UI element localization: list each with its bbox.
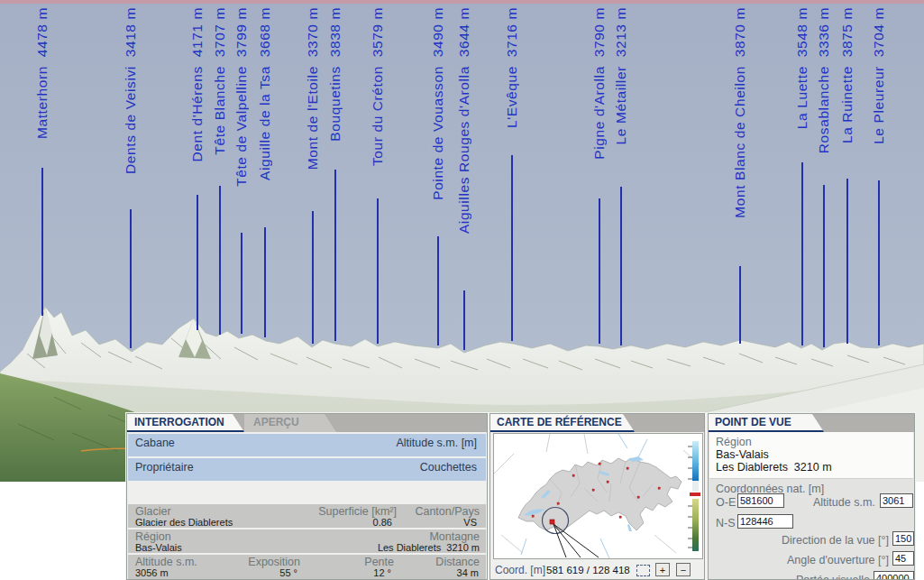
map-panel-title: CARTE DE RÉFÉRENCE (497, 416, 622, 428)
map-zoom-in-button[interactable]: + (655, 563, 670, 576)
elevation-colorbar (688, 441, 700, 551)
owner-label: Propriétaire (135, 461, 194, 474)
tab-interrogation-label: INTERROGATION (134, 416, 224, 428)
peak-label: Rosablanche 3336 m (815, 7, 832, 153)
region-label: Région (135, 530, 171, 543)
peak-label: Pointe de Vouasson 3490 m (429, 7, 446, 200)
peak-label: Dent d'Hérens 4171 m (188, 7, 206, 162)
tab-interrogation[interactable]: INTERROGATION (127, 414, 244, 432)
region-row: Région Montagne Bas-Valais Les Diableret… (128, 529, 486, 553)
altitude-label: Altitude s.m. (135, 556, 197, 568)
peak-label: Pigne d'Arolla 3790 m (590, 7, 608, 160)
distance-label: Distance (435, 556, 480, 568)
hut-row: Cabane Altitude s.m. [m] (128, 434, 486, 456)
peak-leader-line (197, 195, 198, 330)
map-panel-titlebar: CARTE DE RÉFÉRENCE (490, 414, 704, 432)
peak-label: Tête Blanche 3707 m (211, 7, 228, 155)
beds-label: Couchettes (420, 461, 477, 474)
peak-leader-line (801, 162, 803, 345)
viewpoint-dot (550, 520, 554, 524)
area-value: 0.86 (373, 517, 392, 528)
canton-label: Canton/Pays (415, 505, 480, 518)
peak-leader-line (823, 185, 825, 347)
peak-label: La Ruinette 3875 m (838, 7, 855, 143)
vp-altitude-label: Altitude s.m. (813, 496, 875, 509)
peak-leader-line (219, 186, 221, 335)
glacier-label: Glacier (135, 505, 171, 518)
peak-label: Le Métailler 3213 m (612, 7, 629, 144)
map-panel-title-tab: CARTE DE RÉFÉRENCE (490, 414, 635, 432)
peak-leader-line (620, 187, 622, 345)
map-zoom-out-button[interactable]: − (676, 563, 691, 576)
tab-bar: APERÇU INTERROGATION (127, 414, 487, 432)
peak-label: Tête de Valpelline 3799 m (233, 7, 250, 187)
aperture-input[interactable] (892, 551, 914, 566)
viewpoint-panel: POINT DE VUE Région Bas-Valais Les Diabl… (708, 413, 915, 580)
vp-region-label: Région (716, 436, 752, 448)
switzerland-map[interactable] (493, 433, 703, 559)
top-strip (0, 0, 924, 4)
exposure-label: Exposition (248, 556, 300, 568)
owner-row: Propriétaire Couchettes (128, 458, 486, 481)
vp-direction-label: Direction de la vue [°] (782, 534, 889, 547)
cabane-label: Cabane (135, 437, 175, 449)
direction-input[interactable] (892, 531, 914, 546)
viewpoint-panel-title: POINT DE VUE (715, 416, 791, 428)
reference-map-panel: CARTE DE RÉFÉRENCE (489, 413, 705, 580)
view-direction-lines (553, 524, 599, 557)
area-label: Superficie [km²] (318, 505, 397, 518)
peak-leader-line (846, 179, 848, 344)
vp-location-value: Les Diablerets 3210 m (716, 461, 832, 474)
mountain-value: Les Diablerets 3210 m (378, 542, 480, 553)
peak-label: Tour du Créton 3579 m (369, 7, 386, 166)
viewpoint-panel-title-tab: POINT DE VUE (709, 414, 824, 432)
peak-leader-line (511, 155, 513, 341)
vp-ns-label: N-S (716, 517, 736, 529)
tab-apercu[interactable]: APERÇU (244, 414, 336, 432)
peak-label: Dents de Veisivi 3418 m (122, 7, 139, 174)
vp-range-label: Portée visuelle (796, 574, 870, 580)
altitude-input[interactable] (880, 493, 913, 508)
oe-input[interactable] (737, 493, 784, 508)
peak-label: L'Evêque 3716 m (503, 7, 520, 128)
slope-label: Pente (364, 556, 394, 568)
mountain-label: Montagne (429, 530, 480, 543)
altitude-value: 3056 m (135, 567, 169, 578)
terrain-row: Altitude s.m. Exposition Pente Distance … (128, 555, 486, 580)
exposure-value: 55 ° (279, 567, 297, 578)
glacier-value: Glacier des Diablerets (135, 517, 233, 528)
tab-apercu-label: APERÇU (253, 416, 299, 428)
hut-altitude-label: Altitude s.m. [m] (396, 437, 477, 449)
peak-label: Aiguille de la Tsa 3668 m (256, 7, 273, 180)
panorama-view: Matterhorn 4478 mDents de Veisivi 3418 m… (0, 0, 924, 482)
peak-leader-line (130, 209, 132, 348)
vp-oe-label: O-E (716, 496, 736, 509)
peak-label: Mont Blanc de Cheilon 3870 m (731, 7, 748, 218)
peak-leader-line (599, 198, 600, 344)
peak-label: Aiguilles Rouges d'Arolla 3644 m (455, 7, 472, 234)
peak-label: Mont de l'Etoile 3370 m (304, 7, 321, 170)
viewpoint-panel-titlebar: POINT DE VUE (709, 414, 914, 432)
peak-label: Le Pleureur 3704 m (870, 7, 887, 144)
peak-label: La Luette 3548 m (793, 7, 810, 129)
canton-value: VS (463, 517, 477, 528)
peak-label: Bouquetins 3838 m (326, 7, 343, 142)
peak-leader-line (739, 266, 741, 344)
peak-labels-layer: Matterhorn 4478 mDents de Veisivi 3418 m… (0, 0, 924, 482)
slope-value: 12 ° (373, 567, 391, 578)
ns-input[interactable] (737, 514, 793, 529)
peak-label: Matterhorn 4478 m (33, 7, 50, 139)
map-extent-button[interactable] (636, 565, 650, 576)
distance-value: 34 m (457, 567, 479, 578)
vp-region-value: Bas-Valais (716, 448, 769, 461)
region-value: Bas-Valais (135, 542, 182, 553)
peak-leader-line (41, 168, 43, 316)
peak-leader-line (334, 170, 336, 341)
range-input[interactable] (874, 571, 914, 580)
coord-label: Coord. [m] (495, 564, 545, 576)
vp-aperture-label: Angle d'ouverture [°] (787, 554, 889, 566)
coord-bar: Coord. [m] 581 619 / 128 418 + − (490, 561, 704, 580)
peak-leader-line (463, 290, 465, 350)
peak-leader-line (312, 211, 314, 344)
interrogation-panel: APERÇU INTERROGATION Cabane Altitude s.m… (126, 413, 488, 580)
